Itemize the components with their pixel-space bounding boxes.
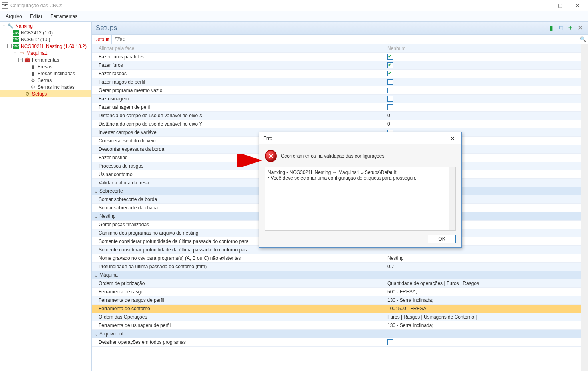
property-label: Nome gravado no csv para programa(s) (A,…	[92, 255, 385, 261]
tool-icon: ▮	[30, 71, 36, 76]
property-value[interactable]: 130 - Serra Inclinada;	[385, 296, 581, 304]
scrollbar[interactable]	[581, 44, 588, 371]
tree-ferramentas[interactable]: −🧰Ferramentas	[0, 56, 91, 63]
checkbox[interactable]	[387, 54, 393, 60]
tree-maquina1[interactable]: −▭Maquina1	[0, 50, 91, 56]
property-value[interactable]	[385, 95, 581, 103]
section-row[interactable]: ⌃Arquivo .inf	[92, 330, 581, 338]
error-icon: ✕	[265, 150, 277, 162]
checkbox[interactable]	[387, 104, 393, 110]
checkbox[interactable]	[387, 71, 393, 76]
property-value[interactable]: 100: 500 - FRESA;	[385, 305, 581, 313]
property-value[interactable]: 0,7	[385, 263, 581, 271]
property-value[interactable]: Nesting	[385, 254, 581, 262]
property-value[interactable]	[385, 78, 581, 86]
section-caret-icon[interactable]: ⌃	[93, 188, 99, 194]
checkbox[interactable]	[387, 88, 393, 93]
copy-icon[interactable]: ⧉	[557, 24, 565, 32]
section-row[interactable]: ⌃Máquina	[92, 271, 581, 279]
property-row[interactable]: Fazer usinagem de perfil	[92, 103, 581, 112]
property-row[interactable]: Ferramenta de usinagem de perfil130 - Se…	[92, 321, 581, 330]
property-label: Fazer rasgos	[92, 71, 385, 76]
titlebar: CNC Configuração das CNCs — ▢ ✕	[0, 0, 588, 11]
property-row[interactable]: Distância do campo de uso de variável no…	[92, 112, 581, 120]
close-icon[interactable]: ✕	[576, 24, 584, 32]
collapse-icon[interactable]: −	[18, 58, 23, 62]
section-label: Nesting	[99, 213, 116, 219]
property-value[interactable]: Furos | Rasgos | Usinagens de Contorno |	[385, 313, 581, 321]
error-dialog: Erro ✕ ✕ Ocorreram erros na validação da…	[259, 132, 462, 248]
property-value[interactable]	[385, 103, 581, 111]
checkbox[interactable]	[387, 62, 393, 68]
tree-serras[interactable]: ⚙Serras	[0, 77, 91, 84]
tree-setups[interactable]: ⚙Setups	[0, 90, 91, 97]
maximize-button[interactable]: ▢	[551, 0, 569, 11]
property-row[interactable]: Fazer rasgos de perfil	[92, 78, 581, 86]
collapse-icon[interactable]: −	[13, 51, 17, 55]
filter-bar: 🔍	[112, 34, 588, 44]
dialog-close-icon[interactable]: ✕	[448, 134, 457, 143]
info-icon[interactable]: ▮	[547, 24, 555, 32]
tree-fresas[interactable]: ▮Fresas	[0, 63, 91, 70]
property-row[interactable]: Detalhar operações em todos programas	[92, 338, 581, 347]
property-row[interactable]: Nome gravado no csv para programa(s) (A,…	[92, 254, 581, 263]
section-caret-icon[interactable]: ⌃	[93, 213, 99, 219]
add-icon[interactable]: ＋	[566, 24, 574, 32]
search-icon[interactable]: 🔍	[578, 36, 588, 42]
minimize-button[interactable]: —	[534, 0, 551, 11]
section-caret-icon[interactable]: ⌃	[93, 331, 99, 337]
ok-button[interactable]: OK	[428, 235, 456, 243]
section-caret-icon[interactable]: ⌃	[93, 272, 99, 278]
property-value[interactable]: 130 - Serra Inclinada;	[385, 321, 581, 329]
tool-icon: ▮	[30, 64, 36, 70]
property-row[interactable]: Distância do campo de uso de variável no…	[92, 120, 581, 128]
details-line: Nanxing - NCG3021L Nesting → Maquina1 » …	[268, 170, 453, 175]
property-row[interactable]: Ferramenta de rasgo500 - FRESA;	[92, 288, 581, 296]
property-row[interactable]: Fazer furos	[92, 61, 581, 70]
property-value[interactable]: Nenhum	[385, 44, 581, 52]
collapse-icon[interactable]: −	[7, 44, 12, 48]
property-row[interactable]: Alinhar pela faceNenhum	[92, 44, 581, 53]
collapse-icon[interactable]: −	[2, 24, 6, 28]
property-row[interactable]: Ordem das OperaçõesFuros | Rasgos | Usin…	[92, 313, 581, 321]
tree-ncb612[interactable]: CNCNCB612 (1.0)	[0, 36, 91, 43]
close-button[interactable]: ✕	[569, 0, 586, 11]
tree-root[interactable]: −🔧Nanxing	[0, 22, 91, 29]
property-row[interactable]: Fazer furos paralelos	[92, 53, 581, 61]
property-value[interactable]	[385, 53, 581, 61]
menu-arquivo[interactable]: Arquivo	[2, 12, 26, 21]
property-row[interactable]: Ferramenta de contorno100: 500 - FRESA;	[92, 305, 581, 313]
dialog-message: Ocorreram erros na validação das configu…	[281, 153, 386, 159]
property-value[interactable]	[385, 338, 581, 346]
property-value[interactable]: 0	[385, 120, 581, 128]
tab-default[interactable]: Default	[92, 34, 112, 44]
filter-input[interactable]	[112, 35, 578, 44]
property-row[interactable]: Ordem de priorizaçãoQuantidade de operaç…	[92, 279, 581, 288]
property-value[interactable]	[385, 86, 581, 94]
checkbox[interactable]	[387, 79, 393, 85]
details-scrollbar[interactable]	[449, 167, 455, 230]
property-label: Ferramenta de contorno	[92, 306, 385, 311]
tree-label: Fresas	[38, 64, 52, 70]
menu-ferramentas[interactable]: Ferramentas	[46, 12, 81, 21]
tree-serras-inclinadas[interactable]: ⚙Serras Inclinadas	[0, 84, 91, 90]
property-value[interactable]	[385, 61, 581, 69]
property-row[interactable]: Faz usinagem	[92, 95, 581, 103]
tree-ncg[interactable]: −CNCNCG3021L Nesting (1.60.18.2)	[0, 43, 91, 50]
property-value[interactable]: Quantidade de operações | Furos | Rasgos…	[385, 279, 581, 287]
property-row[interactable]: Fazer rasgos	[92, 70, 581, 78]
checkbox[interactable]	[387, 339, 393, 345]
property-value[interactable]	[385, 70, 581, 78]
property-value[interactable]: 0	[385, 112, 581, 120]
property-value[interactable]: 500 - FRESA;	[385, 288, 581, 296]
property-row[interactable]: Profundidade da última passada do contor…	[92, 263, 581, 271]
tree-label: Nanxing	[15, 23, 33, 29]
checkbox[interactable]	[387, 96, 393, 102]
property-label: Ferramenta de rasgos de perfil	[92, 297, 385, 303]
property-row[interactable]: Gerar programa mesmo vazio	[92, 86, 581, 95]
tree-fresas-inclinadas[interactable]: ▮Fresas Inclinadas	[0, 70, 91, 77]
menu-editar[interactable]: Editar	[26, 12, 46, 21]
property-row[interactable]: Ferramenta de rasgos de perfil130 - Serr…	[92, 296, 581, 305]
property-label: Ordem das Operações	[92, 314, 385, 320]
tree-ncb2412[interactable]: CNCNCB2412 (1.0)	[0, 29, 91, 36]
